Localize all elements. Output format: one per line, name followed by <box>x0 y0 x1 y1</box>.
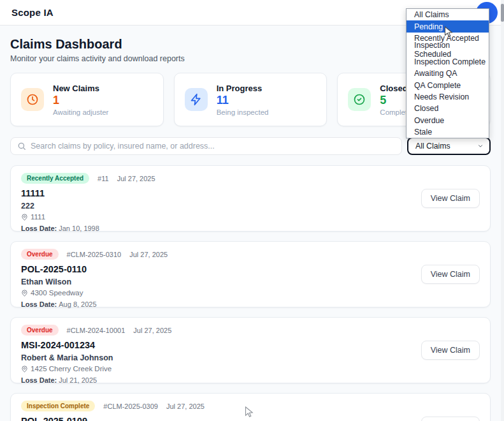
map-pin-icon <box>21 366 28 373</box>
dropdown-item-stale[interactable]: Stale <box>407 126 489 138</box>
search-input[interactable] <box>31 142 395 151</box>
scrollbar-thumb[interactable] <box>501 4 504 22</box>
claim-date: Jul 27, 2025 <box>166 403 205 410</box>
policy-number: POL-2025-0110 <box>21 264 480 274</box>
claim-number: #CLM-2025-0310 <box>67 251 122 258</box>
loss-date-label: Loss Date: <box>21 300 57 308</box>
claim-location: 1111 <box>21 213 480 221</box>
status-badge: Recently Accepted <box>21 173 89 184</box>
search-icon <box>17 142 26 151</box>
claim-date: Jul 27, 2025 <box>129 251 168 258</box>
loss-date-value: Aug 8, 2025 <box>59 300 96 308</box>
stat-caption: Awaiting adjuster <box>53 108 108 116</box>
claim-card: Recently Accepted #11 Jul 27, 2025 11111… <box>10 165 491 232</box>
policy-number: 11111 <box>21 188 480 198</box>
status-badge: Overdue <box>21 249 59 260</box>
claim-card: Overdue #CLM-2024-10001 Jul 27, 2025 MSI… <box>10 317 491 383</box>
stat-card-in-progress: In Progress 11 Being inspected <box>174 73 328 126</box>
view-claim-button[interactable]: View Claim <box>421 417 480 421</box>
stat-value: 1 <box>53 94 108 107</box>
search-box[interactable] <box>10 137 402 155</box>
check-circle-icon <box>348 88 371 111</box>
loss-date-value: Jul 21, 2025 <box>59 376 97 384</box>
loss-date: Loss Date:Jan 10, 1998 <box>21 225 480 232</box>
badge-row: Overdue #CLM-2024-10001 Jul 27, 2025 <box>21 325 480 336</box>
claim-number: #11 <box>97 175 109 182</box>
claim-card: Inspection Complete #CLM-2025-0309 Jul 2… <box>10 393 491 421</box>
dropdown-item-overdue[interactable]: Overdue <box>407 115 489 126</box>
app-title: Scope IA <box>11 7 54 18</box>
view-claim-button[interactable]: View Claim <box>421 341 480 360</box>
loss-date-label: Loss Date: <box>21 225 57 232</box>
chevron-down-icon <box>477 143 484 149</box>
claims-list: Recently Accepted #11 Jul 27, 2025 11111… <box>10 165 491 421</box>
insured-name: 222 <box>21 202 480 211</box>
claim-location: 4300 Speedway <box>21 289 480 297</box>
dropdown-item-qa-complete[interactable]: QA Complete <box>407 79 489 91</box>
claim-number: #CLM-2024-10001 <box>67 327 126 334</box>
view-claim-button[interactable]: View Claim <box>421 265 480 284</box>
status-badge: Overdue <box>21 325 59 336</box>
loss-date-value: Jan 10, 1998 <box>59 225 99 232</box>
dropdown-item-closed[interactable]: Closed <box>407 103 489 114</box>
claim-date: Jul 27, 2025 <box>133 327 171 334</box>
insured-name: Robert & Maria Johnson <box>21 353 480 362</box>
vertical-scrollbar[interactable] <box>501 0 504 421</box>
map-pin-icon <box>21 214 28 221</box>
status-filter-dropdown: All Claims Pending Recently Accepted Ins… <box>406 8 489 138</box>
stat-label: In Progress <box>217 84 269 93</box>
claim-number: #CLM-2025-0309 <box>103 403 158 410</box>
claim-address: 4300 Speedway <box>31 289 83 297</box>
claim-location: 1425 Cherry Creek Drive <box>21 365 480 373</box>
loss-date: Loss Date:Aug 8, 2025 <box>21 300 480 308</box>
stat-card-new-claims: New Claims 1 Awaiting adjuster <box>10 73 164 126</box>
loss-date: Loss Date:Jul 21, 2025 <box>21 376 480 384</box>
claim-address: 1111 <box>31 213 45 221</box>
dropdown-item-pending[interactable]: Pending <box>407 20 489 32</box>
dropdown-item-inspection-complete[interactable]: Inspection Complete <box>407 56 489 68</box>
view-claim-button[interactable]: View Claim <box>421 189 480 208</box>
search-row: All Claims <box>10 137 491 155</box>
badge-row: Overdue #CLM-2025-0310 Jul 27, 2025 <box>21 249 480 260</box>
claim-address: 1425 Cherry Creek Drive <box>31 365 112 373</box>
policy-number: MSI-2024-001234 <box>21 340 480 350</box>
loss-date-label: Loss Date: <box>21 376 57 384</box>
status-filter-select[interactable]: All Claims <box>407 137 491 155</box>
stat-value: 11 <box>217 94 269 107</box>
dropdown-item-awaiting-qa[interactable]: Awaiting QA <box>407 68 489 79</box>
dropdown-item-needs-revision[interactable]: Needs Revision <box>407 91 489 103</box>
map-pin-icon <box>21 290 28 297</box>
claim-date: Jul 27, 2025 <box>117 175 155 182</box>
stat-caption: Being inspected <box>217 108 269 116</box>
badge-row: Recently Accepted #11 Jul 27, 2025 <box>21 173 480 184</box>
clock-icon <box>21 88 44 111</box>
bolt-icon <box>185 88 208 111</box>
policy-number: POL-2025-0109 <box>21 416 480 421</box>
stat-label: New Claims <box>53 84 108 93</box>
insured-name: Ethan Wilson <box>21 277 480 286</box>
status-badge: Inspection Complete <box>21 401 95 411</box>
claim-card: Overdue #CLM-2025-0310 Jul 27, 2025 POL-… <box>10 241 491 307</box>
dropdown-item-all-claims[interactable]: All Claims <box>407 9 489 20</box>
status-filter-value: All Claims <box>415 142 450 151</box>
badge-row: Inspection Complete #CLM-2025-0309 Jul 2… <box>21 401 480 411</box>
dropdown-item-inspection-scheduled[interactable]: Inspection Scheduled <box>407 44 489 55</box>
